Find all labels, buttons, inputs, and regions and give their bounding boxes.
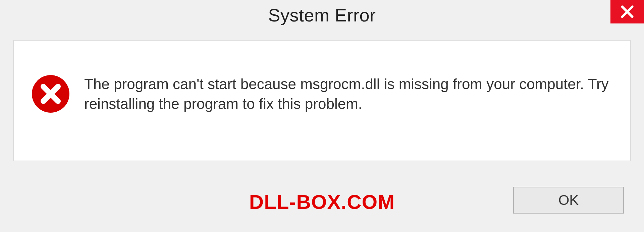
titlebar: System Error bbox=[0, 0, 644, 30]
message-panel: The program can't start because msgrocm.… bbox=[13, 40, 631, 161]
close-button[interactable] bbox=[610, 0, 644, 23]
footer: DLL-BOX.COM OK bbox=[0, 175, 644, 232]
error-cross-icon bbox=[31, 74, 71, 114]
close-icon bbox=[620, 4, 635, 19]
ok-button[interactable]: OK bbox=[513, 187, 624, 214]
dialog-title: System Error bbox=[268, 5, 376, 25]
error-message: The program can't start because msgrocm.… bbox=[84, 74, 617, 114]
watermark-text: DLL-BOX.COM bbox=[249, 190, 395, 214]
